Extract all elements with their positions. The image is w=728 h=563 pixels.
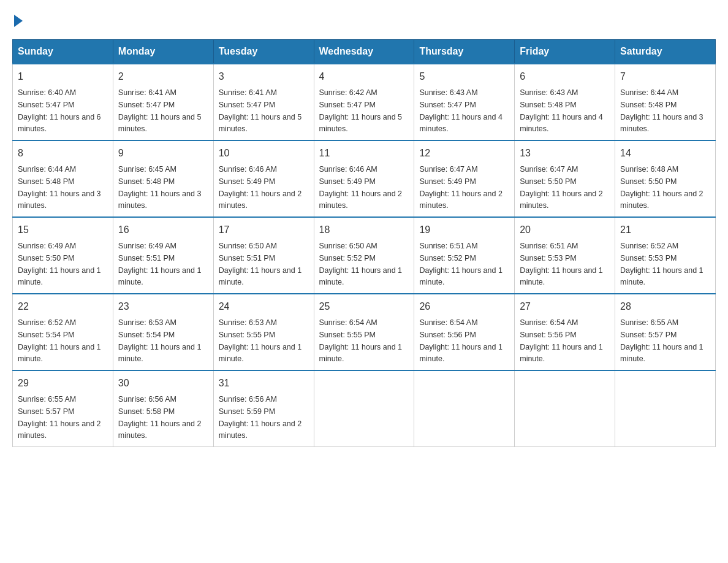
day-number: 29 [18, 376, 108, 391]
calendar-cell: 15 Sunrise: 6:49 AMSunset: 5:50 PMDaylig… [13, 217, 113, 294]
day-number: 15 [18, 223, 108, 237]
day-info: Sunrise: 6:46 AMSunset: 5:49 PMDaylight:… [319, 165, 403, 210]
calendar-cell: 30 Sunrise: 6:56 AMSunset: 5:58 PMDaylig… [113, 370, 213, 447]
calendar-cell [414, 370, 515, 447]
calendar-table: SundayMondayTuesdayWednesdayThursdayFrid… [12, 39, 716, 447]
day-info: Sunrise: 6:55 AMSunset: 5:57 PMDaylight:… [18, 395, 101, 440]
logo-arrow-icon [14, 15, 23, 27]
calendar-cell: 17 Sunrise: 6:50 AMSunset: 5:51 PMDaylig… [213, 217, 314, 294]
day-number: 16 [118, 223, 208, 237]
day-info: Sunrise: 6:40 AMSunset: 5:47 PMDaylight:… [18, 88, 101, 133]
day-info: Sunrise: 6:41 AMSunset: 5:47 PMDaylight:… [219, 88, 302, 133]
day-info: Sunrise: 6:47 AMSunset: 5:49 PMDaylight:… [419, 165, 502, 210]
day-info: Sunrise: 6:53 AMSunset: 5:55 PMDaylight:… [219, 318, 302, 363]
calendar-cell [515, 370, 615, 447]
day-info: Sunrise: 6:51 AMSunset: 5:53 PMDaylight:… [520, 242, 603, 286]
day-number: 9 [118, 146, 208, 161]
day-info: Sunrise: 6:43 AMSunset: 5:47 PMDaylight:… [419, 88, 502, 133]
logo [12, 12, 23, 27]
day-info: Sunrise: 6:52 AMSunset: 5:53 PMDaylight:… [620, 242, 703, 286]
calendar-cell: 1 Sunrise: 6:40 AMSunset: 5:47 PMDayligh… [13, 64, 113, 140]
calendar-cell: 20 Sunrise: 6:51 AMSunset: 5:53 PMDaylig… [515, 217, 615, 294]
day-number: 8 [18, 146, 108, 161]
day-number: 7 [620, 69, 710, 84]
day-number: 12 [419, 146, 509, 161]
calendar-cell: 27 Sunrise: 6:54 AMSunset: 5:56 PMDaylig… [515, 294, 615, 370]
calendar-cell: 8 Sunrise: 6:44 AMSunset: 5:48 PMDayligh… [13, 140, 113, 217]
day-info: Sunrise: 6:56 AMSunset: 5:58 PMDaylight:… [118, 395, 202, 440]
calendar-cell: 18 Sunrise: 6:50 AMSunset: 5:52 PMDaylig… [314, 217, 414, 294]
day-header-thursday: Thursday [414, 40, 515, 64]
calendar-cell: 5 Sunrise: 6:43 AMSunset: 5:47 PMDayligh… [414, 64, 515, 140]
week-row-4: 22 Sunrise: 6:52 AMSunset: 5:54 PMDaylig… [13, 294, 716, 370]
day-header-tuesday: Tuesday [213, 40, 314, 64]
calendar-cell: 2 Sunrise: 6:41 AMSunset: 5:47 PMDayligh… [113, 64, 213, 140]
day-info: Sunrise: 6:42 AMSunset: 5:47 PMDaylight:… [319, 88, 403, 133]
day-number: 18 [319, 223, 409, 237]
day-header-monday: Monday [113, 40, 213, 64]
page-header [12, 12, 716, 27]
day-info: Sunrise: 6:54 AMSunset: 5:56 PMDaylight:… [520, 318, 603, 363]
day-number: 11 [319, 146, 409, 161]
calendar-cell: 6 Sunrise: 6:43 AMSunset: 5:48 PMDayligh… [515, 64, 615, 140]
day-header-sunday: Sunday [13, 40, 113, 64]
day-number: 5 [419, 69, 509, 84]
day-number: 6 [520, 69, 610, 84]
day-number: 13 [520, 146, 610, 161]
day-info: Sunrise: 6:44 AMSunset: 5:48 PMDaylight:… [620, 88, 703, 133]
day-info: Sunrise: 6:44 AMSunset: 5:48 PMDaylight:… [18, 165, 101, 210]
week-row-5: 29 Sunrise: 6:55 AMSunset: 5:57 PMDaylig… [13, 370, 716, 447]
day-number: 1 [18, 69, 108, 84]
day-info: Sunrise: 6:49 AMSunset: 5:50 PMDaylight:… [18, 242, 101, 286]
calendar-cell: 26 Sunrise: 6:54 AMSunset: 5:56 PMDaylig… [414, 294, 515, 370]
day-number: 10 [219, 146, 309, 161]
day-info: Sunrise: 6:56 AMSunset: 5:59 PMDaylight:… [219, 395, 302, 440]
day-info: Sunrise: 6:45 AMSunset: 5:48 PMDaylight:… [118, 165, 202, 210]
day-number: 4 [319, 69, 409, 84]
day-header-saturday: Saturday [615, 40, 716, 64]
day-number: 20 [520, 223, 610, 237]
day-number: 2 [118, 69, 208, 84]
calendar-cell: 29 Sunrise: 6:55 AMSunset: 5:57 PMDaylig… [13, 370, 113, 447]
day-info: Sunrise: 6:50 AMSunset: 5:52 PMDaylight:… [319, 242, 403, 286]
calendar-cell: 24 Sunrise: 6:53 AMSunset: 5:55 PMDaylig… [213, 294, 314, 370]
day-info: Sunrise: 6:53 AMSunset: 5:54 PMDaylight:… [118, 318, 202, 363]
calendar-cell: 9 Sunrise: 6:45 AMSunset: 5:48 PMDayligh… [113, 140, 213, 217]
day-info: Sunrise: 6:48 AMSunset: 5:50 PMDaylight:… [620, 165, 703, 210]
calendar-cell: 10 Sunrise: 6:46 AMSunset: 5:49 PMDaylig… [213, 140, 314, 217]
day-number: 26 [419, 299, 509, 314]
day-info: Sunrise: 6:52 AMSunset: 5:54 PMDaylight:… [18, 318, 101, 363]
calendar-cell: 19 Sunrise: 6:51 AMSunset: 5:52 PMDaylig… [414, 217, 515, 294]
calendar-cell: 3 Sunrise: 6:41 AMSunset: 5:47 PMDayligh… [213, 64, 314, 140]
week-row-1: 1 Sunrise: 6:40 AMSunset: 5:47 PMDayligh… [13, 64, 716, 140]
day-header-wednesday: Wednesday [314, 40, 414, 64]
day-number: 19 [419, 223, 509, 237]
calendar-header-row: SundayMondayTuesdayWednesdayThursdayFrid… [13, 40, 716, 64]
calendar-cell: 13 Sunrise: 6:47 AMSunset: 5:50 PMDaylig… [515, 140, 615, 217]
day-number: 28 [620, 299, 710, 314]
day-number: 27 [520, 299, 610, 314]
day-info: Sunrise: 6:47 AMSunset: 5:50 PMDaylight:… [520, 165, 603, 210]
calendar-cell [314, 370, 414, 447]
day-info: Sunrise: 6:46 AMSunset: 5:49 PMDaylight:… [219, 165, 302, 210]
calendar-cell: 22 Sunrise: 6:52 AMSunset: 5:54 PMDaylig… [13, 294, 113, 370]
week-row-3: 15 Sunrise: 6:49 AMSunset: 5:50 PMDaylig… [13, 217, 716, 294]
calendar-cell [615, 370, 716, 447]
calendar-cell: 7 Sunrise: 6:44 AMSunset: 5:48 PMDayligh… [615, 64, 716, 140]
day-number: 14 [620, 146, 710, 161]
day-number: 21 [620, 223, 710, 237]
day-info: Sunrise: 6:41 AMSunset: 5:47 PMDaylight:… [118, 88, 202, 133]
day-number: 30 [118, 376, 208, 391]
calendar-cell: 23 Sunrise: 6:53 AMSunset: 5:54 PMDaylig… [113, 294, 213, 370]
day-info: Sunrise: 6:49 AMSunset: 5:51 PMDaylight:… [118, 242, 202, 286]
week-row-2: 8 Sunrise: 6:44 AMSunset: 5:48 PMDayligh… [13, 140, 716, 217]
day-number: 17 [219, 223, 309, 237]
calendar-cell: 14 Sunrise: 6:48 AMSunset: 5:50 PMDaylig… [615, 140, 716, 217]
day-header-friday: Friday [515, 40, 615, 64]
day-info: Sunrise: 6:54 AMSunset: 5:56 PMDaylight:… [419, 318, 502, 363]
day-number: 23 [118, 299, 208, 314]
day-number: 31 [219, 376, 309, 391]
day-info: Sunrise: 6:51 AMSunset: 5:52 PMDaylight:… [419, 242, 502, 286]
day-number: 22 [18, 299, 108, 314]
calendar-cell: 31 Sunrise: 6:56 AMSunset: 5:59 PMDaylig… [213, 370, 314, 447]
